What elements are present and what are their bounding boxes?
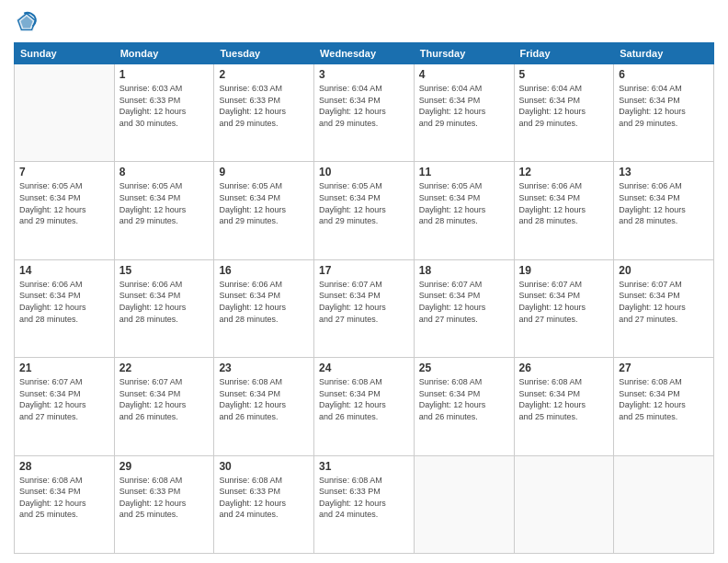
day-info: Sunrise: 6:03 AM Sunset: 6:33 PM Dayligh… xyxy=(219,83,309,129)
col-saturday: Saturday xyxy=(614,43,714,64)
table-cell xyxy=(514,455,614,553)
day-info: Sunrise: 6:05 AM Sunset: 6:34 PM Dayligh… xyxy=(419,180,509,226)
day-info: Sunrise: 6:08 AM Sunset: 6:34 PM Dayligh… xyxy=(219,376,309,422)
table-cell: 18Sunrise: 6:07 AM Sunset: 6:34 PM Dayli… xyxy=(414,259,514,357)
day-number: 7 xyxy=(19,166,109,178)
day-info: Sunrise: 6:04 AM Sunset: 6:34 PM Dayligh… xyxy=(519,83,609,129)
table-cell: 11Sunrise: 6:05 AM Sunset: 6:34 PM Dayli… xyxy=(414,162,514,259)
day-info: Sunrise: 6:05 AM Sunset: 6:34 PM Dayligh… xyxy=(319,180,409,226)
table-cell: 22Sunrise: 6:07 AM Sunset: 6:34 PM Dayli… xyxy=(114,358,214,455)
table-cell xyxy=(614,455,714,553)
day-info: Sunrise: 6:08 AM Sunset: 6:33 PM Dayligh… xyxy=(319,475,409,521)
day-number: 3 xyxy=(319,68,409,81)
day-number: 26 xyxy=(519,362,609,374)
col-thursday: Thursday xyxy=(414,43,514,64)
day-info: Sunrise: 6:05 AM Sunset: 6:34 PM Dayligh… xyxy=(19,180,109,226)
table-cell: 24Sunrise: 6:08 AM Sunset: 6:34 PM Dayli… xyxy=(314,358,415,455)
table-cell: 16Sunrise: 6:06 AM Sunset: 6:34 PM Dayli… xyxy=(214,259,314,357)
day-number: 14 xyxy=(19,264,109,277)
day-number: 25 xyxy=(419,362,509,374)
day-info: Sunrise: 6:04 AM Sunset: 6:34 PM Dayligh… xyxy=(319,83,409,129)
day-number: 17 xyxy=(319,264,409,277)
day-number: 5 xyxy=(519,68,609,81)
table-cell: 19Sunrise: 6:07 AM Sunset: 6:34 PM Dayli… xyxy=(514,259,614,357)
day-number: 10 xyxy=(319,166,409,178)
day-number: 6 xyxy=(619,68,709,81)
day-info: Sunrise: 6:08 AM Sunset: 6:34 PM Dayligh… xyxy=(19,475,109,521)
day-number: 22 xyxy=(119,362,210,374)
table-cell: 5Sunrise: 6:04 AM Sunset: 6:34 PM Daylig… xyxy=(514,64,614,162)
table-cell: 9Sunrise: 6:05 AM Sunset: 6:34 PM Daylig… xyxy=(214,162,314,259)
day-info: Sunrise: 6:04 AM Sunset: 6:34 PM Dayligh… xyxy=(619,83,709,129)
table-cell: 25Sunrise: 6:08 AM Sunset: 6:34 PM Dayli… xyxy=(414,358,514,455)
table-row: 7Sunrise: 6:05 AM Sunset: 6:34 PM Daylig… xyxy=(15,162,714,259)
table-row: 28Sunrise: 6:08 AM Sunset: 6:34 PM Dayli… xyxy=(15,455,714,553)
day-number: 24 xyxy=(319,362,409,374)
table-cell: 27Sunrise: 6:08 AM Sunset: 6:34 PM Dayli… xyxy=(614,358,714,455)
day-info: Sunrise: 6:06 AM Sunset: 6:34 PM Dayligh… xyxy=(519,180,609,226)
day-number: 2 xyxy=(219,68,309,81)
day-info: Sunrise: 6:08 AM Sunset: 6:33 PM Dayligh… xyxy=(219,475,309,521)
day-number: 29 xyxy=(119,460,210,473)
day-info: Sunrise: 6:07 AM Sunset: 6:34 PM Dayligh… xyxy=(119,376,210,422)
day-number: 1 xyxy=(119,68,210,81)
day-info: Sunrise: 6:07 AM Sunset: 6:34 PM Dayligh… xyxy=(519,279,609,325)
day-number: 4 xyxy=(419,68,509,81)
col-tuesday: Tuesday xyxy=(214,43,314,64)
day-number: 23 xyxy=(219,362,309,374)
table-cell: 10Sunrise: 6:05 AM Sunset: 6:34 PM Dayli… xyxy=(314,162,415,259)
day-info: Sunrise: 6:06 AM Sunset: 6:34 PM Dayligh… xyxy=(119,279,210,325)
table-cell xyxy=(15,64,115,162)
table-row: 21Sunrise: 6:07 AM Sunset: 6:34 PM Dayli… xyxy=(15,358,714,455)
table-cell xyxy=(414,455,514,553)
day-number: 9 xyxy=(219,166,309,178)
day-info: Sunrise: 6:06 AM Sunset: 6:34 PM Dayligh… xyxy=(19,279,109,325)
day-info: Sunrise: 6:04 AM Sunset: 6:34 PM Dayligh… xyxy=(419,83,509,129)
day-info: Sunrise: 6:07 AM Sunset: 6:34 PM Dayligh… xyxy=(19,376,109,422)
table-cell: 17Sunrise: 6:07 AM Sunset: 6:34 PM Dayli… xyxy=(314,259,415,357)
table-cell: 8Sunrise: 6:05 AM Sunset: 6:34 PM Daylig… xyxy=(114,162,214,259)
table-cell: 13Sunrise: 6:06 AM Sunset: 6:34 PM Dayli… xyxy=(614,162,714,259)
table-row: 1Sunrise: 6:03 AM Sunset: 6:33 PM Daylig… xyxy=(15,64,714,162)
table-cell: 23Sunrise: 6:08 AM Sunset: 6:34 PM Dayli… xyxy=(214,358,314,455)
col-sunday: Sunday xyxy=(15,43,115,64)
calendar: Sunday Monday Tuesday Wednesday Thursday… xyxy=(14,42,714,554)
day-info: Sunrise: 6:08 AM Sunset: 6:34 PM Dayligh… xyxy=(619,376,709,422)
day-number: 28 xyxy=(19,460,109,473)
day-info: Sunrise: 6:06 AM Sunset: 6:34 PM Dayligh… xyxy=(619,180,709,226)
day-info: Sunrise: 6:08 AM Sunset: 6:33 PM Dayligh… xyxy=(119,475,210,521)
day-number: 13 xyxy=(619,166,709,178)
table-cell: 31Sunrise: 6:08 AM Sunset: 6:33 PM Dayli… xyxy=(314,455,415,553)
table-cell: 28Sunrise: 6:08 AM Sunset: 6:34 PM Dayli… xyxy=(15,455,115,553)
col-monday: Monday xyxy=(114,43,214,64)
day-info: Sunrise: 6:08 AM Sunset: 6:34 PM Dayligh… xyxy=(319,376,409,422)
day-info: Sunrise: 6:06 AM Sunset: 6:34 PM Dayligh… xyxy=(219,279,309,325)
col-wednesday: Wednesday xyxy=(314,43,415,64)
day-number: 19 xyxy=(519,264,609,277)
day-number: 16 xyxy=(219,264,309,277)
col-friday: Friday xyxy=(514,43,614,64)
day-number: 31 xyxy=(319,460,409,473)
day-info: Sunrise: 6:03 AM Sunset: 6:33 PM Dayligh… xyxy=(119,83,210,129)
calendar-header-row: Sunday Monday Tuesday Wednesday Thursday… xyxy=(15,43,714,64)
day-number: 18 xyxy=(419,264,509,277)
day-info: Sunrise: 6:07 AM Sunset: 6:34 PM Dayligh… xyxy=(619,279,709,325)
table-cell: 29Sunrise: 6:08 AM Sunset: 6:33 PM Dayli… xyxy=(114,455,214,553)
day-info: Sunrise: 6:08 AM Sunset: 6:34 PM Dayligh… xyxy=(519,376,609,422)
table-cell: 20Sunrise: 6:07 AM Sunset: 6:34 PM Dayli… xyxy=(614,259,714,357)
table-cell: 26Sunrise: 6:08 AM Sunset: 6:34 PM Dayli… xyxy=(514,358,614,455)
table-row: 14Sunrise: 6:06 AM Sunset: 6:34 PM Dayli… xyxy=(15,259,714,357)
day-number: 8 xyxy=(119,166,210,178)
page: Sunday Monday Tuesday Wednesday Thursday… xyxy=(0,0,728,563)
logo-icon xyxy=(14,9,40,35)
table-cell: 2Sunrise: 6:03 AM Sunset: 6:33 PM Daylig… xyxy=(214,64,314,162)
day-info: Sunrise: 6:05 AM Sunset: 6:34 PM Dayligh… xyxy=(119,180,210,226)
day-number: 27 xyxy=(619,362,709,374)
table-cell: 15Sunrise: 6:06 AM Sunset: 6:34 PM Dayli… xyxy=(114,259,214,357)
table-cell: 7Sunrise: 6:05 AM Sunset: 6:34 PM Daylig… xyxy=(15,162,115,259)
table-cell: 3Sunrise: 6:04 AM Sunset: 6:34 PM Daylig… xyxy=(314,64,415,162)
day-info: Sunrise: 6:05 AM Sunset: 6:34 PM Dayligh… xyxy=(219,180,309,226)
logo xyxy=(14,9,43,35)
table-cell: 14Sunrise: 6:06 AM Sunset: 6:34 PM Dayli… xyxy=(15,259,115,357)
day-number: 11 xyxy=(419,166,509,178)
